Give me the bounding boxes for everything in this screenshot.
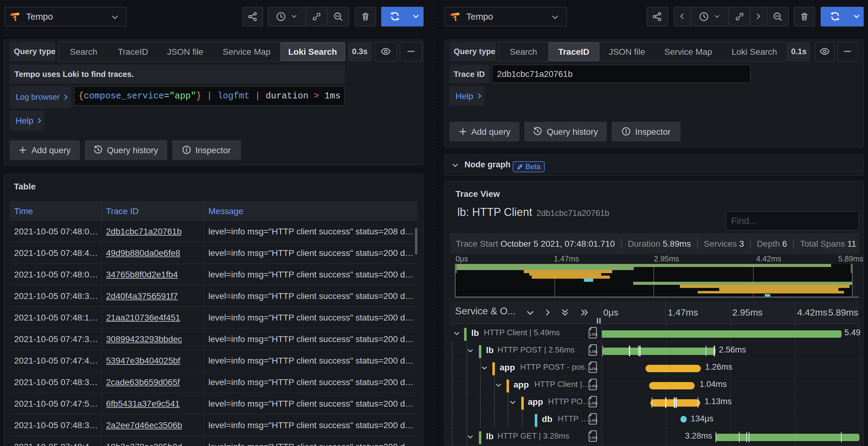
- svg-text:LOG: LOG: [590, 350, 598, 354]
- svg-text:LOG: LOG: [590, 419, 598, 423]
- svg-text:LOG: LOG: [590, 367, 598, 371]
- svg-text:LOG: LOG: [590, 402, 598, 406]
- svg-text:LOG: LOG: [590, 436, 598, 440]
- svg-text:LOG: LOG: [590, 384, 598, 388]
- svg-text:LOG: LOG: [590, 332, 598, 336]
